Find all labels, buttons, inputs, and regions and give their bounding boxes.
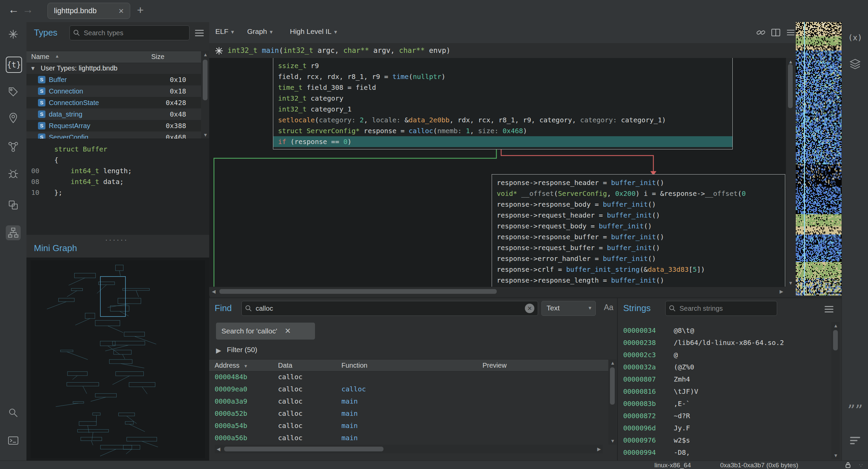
graph-vscrollbar[interactable]: ▲ ▼ (786, 58, 795, 287)
scrollbar-thumb[interactable] (610, 367, 615, 405)
find-hscrollbar[interactable]: ◀ ▶ (215, 445, 603, 453)
hlil-line[interactable]: int32_t category_1 (273, 104, 732, 115)
scroll-up-icon[interactable]: ▲ (833, 323, 838, 328)
string-row[interactable]: 00000807Zmh4 (618, 373, 831, 385)
hlil-line[interactable]: response->response_body = buffer_init() (492, 199, 785, 210)
find-result-row[interactable]: 0000a56bcallocmainint64_t rax_25 = callo… (209, 432, 608, 443)
tab-close-icon[interactable]: × (119, 6, 124, 16)
types-scrollbar[interactable]: ▲ ▼ (201, 51, 209, 139)
type-row[interactable]: SConnectionState0x428 (26, 97, 201, 108)
function-signature[interactable]: int32_t main(int32_t argc, char** argv, … (228, 43, 451, 58)
string-row[interactable]: 00000872~d?R (618, 410, 831, 422)
types-search-input[interactable] (70, 25, 190, 40)
type-row[interactable]: SServerConfig0x468 (26, 131, 201, 139)
string-row[interactable]: 00000238/lib64/ld-linux-x86-64.so.2 (618, 337, 831, 349)
split-view-icon[interactable] (770, 27, 782, 38)
basic-block-entry[interactable]: ssize_t r9field, rcx, rdx, r8_1, r9 = ti… (273, 58, 733, 149)
string-row[interactable]: 0000032a(@Z%0 (618, 361, 831, 373)
search-icon[interactable] (6, 405, 21, 420)
scrollbar-thumb[interactable] (224, 447, 383, 451)
hlil-line[interactable]: response->response_buffer = buffer_init(… (492, 231, 785, 242)
scroll-up-icon[interactable]: ▲ (203, 52, 208, 57)
string-row[interactable]: 0000096dJy.F (618, 422, 831, 434)
search-history-chip[interactable]: Search for 'calloc'✕ (216, 323, 315, 340)
scroll-left-icon[interactable]: ◀ (212, 289, 216, 294)
group-caret-icon[interactable]: ▾ (31, 62, 35, 74)
column-size[interactable]: Size (151, 53, 164, 61)
scroll-down-icon[interactable]: ▼ (788, 281, 793, 285)
find-result-row[interactable]: 0000a54bcallocmainstruct Connection* rax… (209, 420, 608, 432)
column-preview[interactable]: Preview (482, 360, 507, 371)
hlil-line[interactable]: response->request_buffer = buffer_init() (492, 242, 785, 253)
column-data[interactable]: Data (278, 360, 292, 371)
hlil-line[interactable]: void* __offset(ServerConfig, 0x200) i = … (492, 188, 785, 199)
find-vscrollbar[interactable]: ▲ ▼ (608, 359, 616, 445)
link-views-icon[interactable] (755, 27, 767, 38)
find-table-header[interactable]: Address ▾ Data Function Preview (209, 359, 608, 371)
scroll-up-icon[interactable]: ▲ (788, 59, 793, 64)
debugger-icon[interactable] (6, 166, 21, 181)
find-mode-dropdown[interactable]: Text ▾ (541, 301, 596, 316)
scroll-right-icon[interactable]: ▶ (780, 289, 783, 294)
hlil-line[interactable]: time_t field_308 = field (273, 82, 732, 93)
string-row[interactable]: 0000083b,E-` (618, 397, 831, 410)
types-menu-icon[interactable] (195, 28, 204, 38)
view-type-dropdown[interactable]: ELF▾ (215, 27, 234, 36)
type-row[interactable]: SConnection0x18 (26, 85, 201, 97)
stack-panel-icon[interactable] (848, 57, 863, 72)
hlil-line[interactable]: response->crlf = buffer_init_string(&dat… (492, 264, 785, 275)
string-row[interactable]: 00000034@8\t@ (618, 324, 831, 337)
strings-menu-icon[interactable] (825, 304, 833, 314)
scrollbar-thumb[interactable] (219, 289, 497, 294)
graph-hscrollbar[interactable]: ◀ ▶ (209, 287, 786, 296)
compare-views-icon[interactable] (6, 198, 21, 212)
scrollbar-thumb[interactable] (833, 330, 838, 350)
panel-splitter-handle[interactable]: ······ (105, 236, 128, 244)
filter-label[interactable]: Filter (50) (227, 346, 257, 354)
types-panel-icon[interactable]: {t} (6, 57, 22, 73)
struct-definition-view[interactable]: struct Buffer{00 int64_t length;08 int64… (26, 139, 209, 235)
hlil-line[interactable]: response->response_length = buffer_init(… (492, 275, 785, 286)
scroll-down-icon[interactable]: ▼ (833, 453, 838, 458)
strings-search-input[interactable] (665, 301, 777, 316)
new-tab-button[interactable]: + (137, 3, 144, 17)
variables-panel-icon[interactable]: (x) (848, 30, 863, 45)
layout-dropdown[interactable]: Graph▾ (247, 27, 273, 36)
find-query-field[interactable] (255, 304, 525, 313)
hlil-line[interactable]: setlocale(category: 2, locale: &data_2e0… (273, 115, 732, 125)
scrollbar-thumb[interactable] (788, 64, 793, 108)
scroll-up-icon[interactable]: ▲ (610, 361, 615, 365)
find-search-box[interactable]: ✕ (241, 301, 538, 316)
scroll-left-icon[interactable]: ◀ (217, 447, 220, 451)
types-table-header[interactable]: Name ▲ Size (26, 51, 209, 63)
type-row[interactable]: SRequestArray0x388 (26, 120, 201, 131)
hlil-line[interactable]: response->error_handler = buffer_init() (492, 253, 785, 264)
chip-close-icon[interactable]: ✕ (284, 327, 291, 335)
scroll-down-icon[interactable]: ▼ (203, 132, 208, 137)
column-name[interactable]: Name (31, 53, 49, 61)
strings-vscrollbar[interactable]: ▲ ▼ (831, 322, 840, 459)
types-search-field[interactable] (83, 29, 186, 37)
cross-references-icon[interactable] (6, 139, 21, 154)
console-icon[interactable] (6, 433, 21, 448)
view-menu-icon[interactable] (785, 27, 796, 38)
clear-search-icon[interactable]: ✕ (525, 304, 534, 313)
column-address[interactable]: Address (215, 360, 239, 371)
resize-grip[interactable]: ⸪ (859, 462, 863, 468)
log-panel-icon[interactable] (848, 433, 863, 448)
feature-map[interactable] (796, 22, 842, 295)
binaryninja-logo-icon[interactable] (6, 27, 21, 42)
basic-block-init[interactable]: response->response_header = buffer_init(… (492, 174, 785, 287)
forward-icon[interactable]: → (22, 3, 33, 16)
hlil-line[interactable]: response->request_body = buffer_init() (492, 221, 785, 231)
memory-map-icon[interactable] (6, 111, 21, 126)
filter-expand-icon[interactable]: ▶ (216, 346, 221, 354)
tab-lighttpd[interactable]: lighttpd.bndb × (47, 3, 130, 19)
hlil-line[interactable]: field, rcx, rdx, r8_1, r9 = time(nullptr… (273, 71, 732, 82)
back-icon[interactable]: ← (8, 3, 19, 16)
mini-graph-view[interactable] (26, 258, 209, 461)
scrollbar-thumb[interactable] (203, 60, 208, 100)
string-row[interactable]: 00000994-D8, (618, 446, 831, 458)
strings-search-field[interactable] (679, 304, 773, 313)
hlil-graph-view[interactable]: ssize_t r9field, rcx, rdx, r8_1, r9 = ti… (209, 58, 786, 287)
